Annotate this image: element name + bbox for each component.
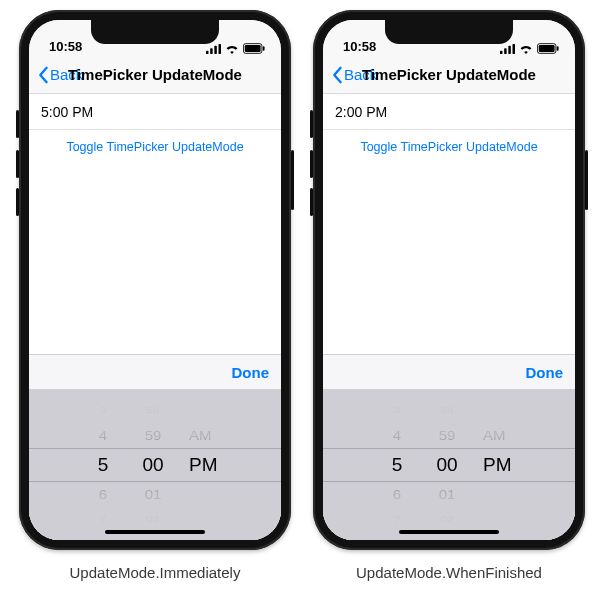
status-time: 10:58 — [343, 39, 376, 54]
battery-icon — [537, 43, 559, 54]
svg-rect-9 — [508, 45, 511, 53]
signal-icon — [206, 44, 221, 54]
content-area: 2:00 PM Toggle TimePicker UpdateMode Don… — [323, 94, 575, 540]
notch — [91, 20, 219, 44]
home-indicator — [105, 530, 205, 534]
screen: 10:58 — [323, 20, 575, 540]
time-picker[interactable]: 2 3 4 5 6 7 8 57 58 59 00 — [323, 390, 575, 540]
svg-rect-10 — [513, 44, 516, 54]
toggle-updatemode-button[interactable]: Toggle TimePicker UpdateMode — [323, 130, 575, 154]
notch — [385, 20, 513, 44]
svg-rect-1 — [210, 48, 213, 54]
chevron-left-icon — [331, 66, 343, 84]
svg-rect-0 — [206, 50, 209, 53]
caption-right: UpdateMode.WhenFinished — [356, 564, 542, 581]
wifi-icon — [225, 44, 239, 54]
signal-icon — [500, 44, 515, 54]
caption-left: UpdateMode.Immediately — [70, 564, 241, 581]
status-icons — [500, 43, 559, 54]
status-icons — [206, 43, 265, 54]
status-time: 10:58 — [49, 39, 82, 54]
svg-rect-5 — [245, 45, 261, 52]
nav-bar: Back TimePicker UpdateMode — [29, 56, 281, 94]
svg-rect-6 — [263, 46, 265, 50]
home-indicator — [399, 530, 499, 534]
content-area: 5:00 PM Toggle TimePicker UpdateMode Don… — [29, 94, 281, 540]
phone-frame-left: 10:58 — [19, 10, 291, 550]
picker-toolbar: Done — [323, 354, 575, 390]
battery-icon — [243, 43, 265, 54]
selected-time-field[interactable]: 5:00 PM — [29, 94, 281, 130]
nav-bar: Back TimePicker UpdateMode — [323, 56, 575, 94]
time-picker[interactable]: 2 3 4 5 6 7 8 57 58 59 00 — [29, 390, 281, 540]
svg-rect-2 — [214, 45, 217, 53]
done-button[interactable]: Done — [526, 364, 564, 381]
svg-rect-3 — [219, 44, 222, 54]
back-label: Back — [344, 66, 377, 83]
back-button[interactable]: Back — [331, 66, 377, 84]
phone-frame-right: 10:58 — [313, 10, 585, 550]
svg-rect-8 — [504, 48, 507, 54]
screen: 10:58 — [29, 20, 281, 540]
done-button[interactable]: Done — [232, 364, 270, 381]
picker-toolbar: Done — [29, 354, 281, 390]
wifi-icon — [519, 44, 533, 54]
toggle-updatemode-button[interactable]: Toggle TimePicker UpdateMode — [29, 130, 281, 154]
back-button[interactable]: Back — [37, 66, 83, 84]
svg-rect-13 — [557, 46, 559, 50]
svg-rect-7 — [500, 50, 503, 53]
selected-time-field[interactable]: 2:00 PM — [323, 94, 575, 130]
chevron-left-icon — [37, 66, 49, 84]
svg-rect-12 — [539, 45, 555, 52]
back-label: Back — [50, 66, 83, 83]
